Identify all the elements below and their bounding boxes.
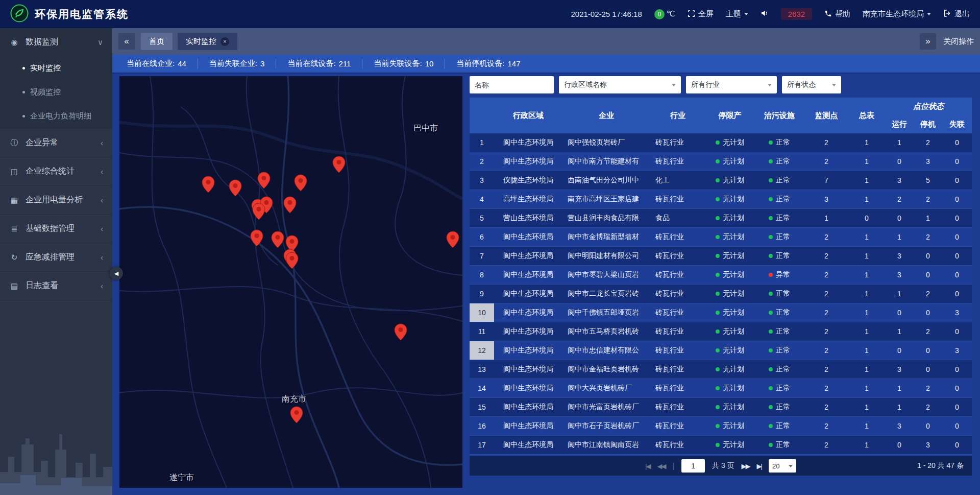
- map-pin-icon[interactable]: [394, 323, 407, 341]
- page-size-select[interactable]: 20: [769, 459, 796, 473]
- cell-stop: 2: [914, 322, 942, 341]
- sidebar-group[interactable]: ↻应急减排管理‹: [0, 243, 112, 271]
- map-pin-icon[interactable]: [252, 203, 265, 220]
- cell-company: 阆中明阳建材有限公司: [562, 247, 650, 266]
- map-pin-icon[interactable]: [202, 176, 215, 193]
- map-pin-icon[interactable]: [294, 174, 307, 192]
- table-row[interactable]: 6阆中生态环境局阆中市金博瑞新型墙材砖瓦行业无计划正常21120: [470, 228, 972, 247]
- table-row[interactable]: 15阆中生态环境局阆中市光富页岩机砖厂砖瓦行业无计划正常21120: [470, 398, 972, 417]
- cell-lost: 0: [942, 152, 972, 171]
- org-dropdown[interactable]: 南充市生态环境局: [863, 9, 931, 19]
- temperature-badge: 0: [654, 9, 665, 19]
- prev-page-button[interactable]: ◀◀: [657, 462, 665, 470]
- map-pin-icon[interactable]: [283, 196, 297, 214]
- table-row[interactable]: 5营山生态环境局营山县润丰肉食品有限食品无计划正常10010: [470, 209, 972, 228]
- last-page-button[interactable]: ▶|: [757, 462, 762, 470]
- chevron-left-icon: ‹: [101, 281, 103, 290]
- industry-filter-select[interactable]: 所有行业: [686, 76, 777, 93]
- table-row[interactable]: 16阆中生态环境局阆中市石子页岩机砖厂砖瓦行业无计划正常21300: [470, 417, 972, 436]
- cell-run: 3: [885, 266, 914, 285]
- table-row[interactable]: 4高坪生态环境局南充市高坪区王家店建砖瓦行业无计划正常31220: [470, 190, 972, 209]
- theme-dropdown[interactable]: 主题: [726, 9, 748, 19]
- table-row[interactable]: 1阆中生态环境局阆中强锐页岩砖厂砖瓦行业无计划正常21120: [470, 133, 972, 152]
- cell-industry: 砖瓦行业: [650, 436, 705, 455]
- table-row[interactable]: 12阆中生态环境局阆中市忠信建材有限公砖瓦行业无计划正常21003: [470, 341, 972, 360]
- table-row[interactable]: 10阆中生态环境局阆中千佛镇五郎垭页岩砖瓦行业无计划正常21003: [470, 303, 972, 322]
- table-row[interactable]: 14阆中生态环境局阆中大兴页岩机砖厂砖瓦行业无计划正常21120: [470, 379, 972, 398]
- map-city-label: 遂宁市: [169, 473, 194, 483]
- map-collapse-button[interactable]: ◀: [110, 267, 123, 280]
- cell-industry: 砖瓦行业: [650, 398, 705, 417]
- map-city-label: 巴中市: [413, 123, 438, 134]
- map-pin-icon[interactable]: [290, 406, 303, 423]
- sidebar-item[interactable]: 企业电力负荷明细: [0, 104, 112, 128]
- sidebar-item[interactable]: 实时监控: [0, 56, 112, 80]
- region-filter-select[interactable]: 行政区域名称: [559, 76, 681, 93]
- cell-industry: 化工: [650, 171, 705, 190]
- map-pin-icon[interactable]: [285, 252, 299, 269]
- name-filter-input[interactable]: [470, 76, 554, 93]
- cell-industry: 砖瓦行业: [650, 303, 705, 322]
- enterprise-table: 行政区域 企业 行业 停限产 治污设施 监测点 总表 点位状态 运行 停机 失联…: [470, 98, 972, 456]
- close-operations-button[interactable]: 关闭操作: [943, 37, 974, 46]
- cell-stop: 2: [914, 285, 942, 303]
- map-panel[interactable]: 巴中市南充市遂宁市: [119, 76, 462, 488]
- cell-facility: 正常: [754, 209, 804, 228]
- sidebar-group-label: 企业异常: [26, 137, 94, 148]
- page-number-input[interactable]: [681, 459, 705, 473]
- exit-button[interactable]: 退出: [943, 9, 970, 19]
- cell-company: 阆中强锐页岩砖厂: [562, 133, 650, 152]
- cell-region: 高坪生态环境局: [494, 190, 562, 209]
- speaker-button[interactable]: [761, 9, 769, 19]
- alert-count-badge[interactable]: 2632: [781, 8, 812, 20]
- sidebar-group[interactable]: ◉数据监测∨: [0, 28, 112, 56]
- table-row[interactable]: 9阆中生态环境局阆中市二龙长宝页岩砖砖瓦行业无计划正常21120: [470, 285, 972, 303]
- next-page-button[interactable]: ▶▶: [742, 462, 750, 470]
- row-index: 8: [470, 266, 494, 284]
- map-pin-icon[interactable]: [271, 231, 284, 248]
- help-button[interactable]: 帮助: [824, 9, 850, 19]
- table-row[interactable]: 7阆中生态环境局阆中明阳建材有限公司砖瓦行业无计划正常21300: [470, 247, 972, 266]
- table-row[interactable]: 17阆中生态环境局阆中市江南镇阆南页岩砖瓦行业无计划正常21030: [470, 436, 972, 455]
- close-tab-icon[interactable]: ×: [220, 37, 229, 46]
- cell-monitor-points: 2: [804, 341, 848, 360]
- tab-label: 实时监控: [186, 37, 216, 46]
- status-filter-select[interactable]: 所有状态: [782, 76, 841, 93]
- map-pin-icon[interactable]: [250, 229, 263, 247]
- table-row[interactable]: 2阆中生态环境局阆中市南方节能建材有砖瓦行业无计划正常21030: [470, 152, 972, 171]
- sidebar-group[interactable]: ▤日志查看‹: [0, 272, 112, 300]
- cell-lost: 0: [942, 171, 972, 190]
- first-page-button[interactable]: |◀: [645, 462, 650, 470]
- table-row[interactable]: 13阆中生态环境局阆中市金福旺页岩机砖砖瓦行业无计划正常21300: [470, 360, 972, 379]
- sidebar-item-label: 企业电力负荷明细: [30, 111, 91, 121]
- table-header: 行政区域 企业 行业 停限产 治污设施 监测点 总表 点位状态 运行 停机 失联: [470, 98, 972, 133]
- fullscreen-button[interactable]: 全屏: [688, 9, 714, 19]
- cell-stop: 0: [914, 247, 942, 266]
- sidebar-item[interactable]: 视频监控: [0, 80, 112, 104]
- map-pin-icon[interactable]: [257, 172, 271, 189]
- sidebar-group[interactable]: ≣基础数据管理‹: [0, 215, 112, 243]
- cell-region: 阆中生态环境局: [494, 266, 562, 285]
- cell-stop: 2: [914, 398, 942, 417]
- table-row[interactable]: 8阆中生态环境局阆中市枣碧大梁山页岩砖瓦行业无计划异常21300: [470, 266, 972, 285]
- map-pin-icon[interactable]: [229, 179, 242, 197]
- map-pin-icon[interactable]: [332, 156, 346, 173]
- cell-monitor-points: 3: [804, 190, 848, 209]
- table-row[interactable]: 11阆中生态环境局阆中市五马桥页岩机砖砖瓦行业无计划正常21120: [470, 322, 972, 341]
- cell-total-meter: 0: [848, 209, 885, 228]
- filter-bar: 行政区域名称 所有行业 所有状态: [470, 76, 841, 93]
- sidebar-group-label: 基础数据管理: [26, 223, 94, 234]
- table-row[interactable]: 3仪陇生态环境局西南油气田分公司川中化工无计划正常71350: [470, 171, 972, 190]
- cell-limit-plan: 无计划: [705, 417, 754, 436]
- sidebar-group[interactable]: ◫企业综合统计‹: [0, 157, 112, 185]
- cell-facility: 正常: [754, 417, 804, 436]
- tabs-scroll-right-button[interactable]: »: [920, 33, 936, 50]
- tab[interactable]: 首页: [141, 33, 173, 50]
- cell-limit-plan: 无计划: [705, 360, 754, 379]
- sidebar-group[interactable]: ⓘ企业异常‹: [0, 129, 112, 157]
- tabs-scroll-left-button[interactable]: «: [118, 33, 135, 50]
- sidebar-group[interactable]: ▦企业用电量分析‹: [0, 186, 112, 214]
- cell-total-meter: 1: [848, 379, 885, 398]
- map-pin-icon[interactable]: [446, 231, 459, 248]
- tab[interactable]: 实时监控×: [178, 33, 237, 50]
